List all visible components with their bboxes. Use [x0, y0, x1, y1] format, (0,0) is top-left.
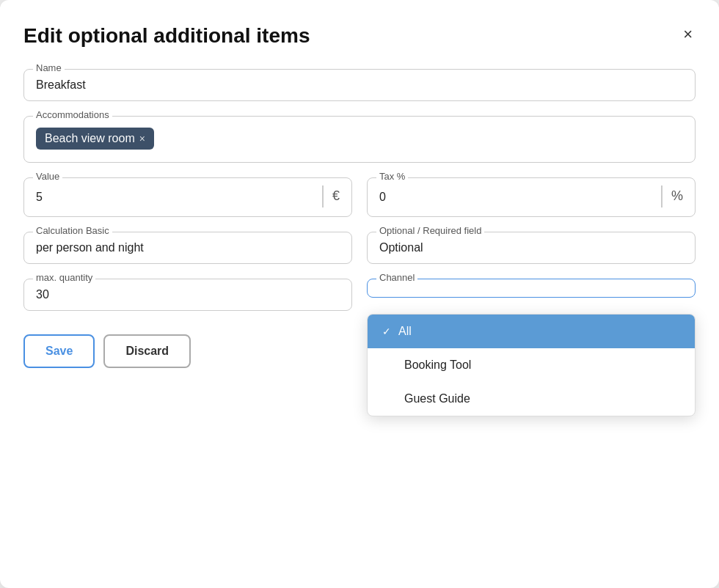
optional-field[interactable]: Optional / Required field Optional — [367, 232, 696, 264]
max-qty-value: 30 — [36, 288, 340, 301]
modal-header: Edit optional additional items × — [23, 23, 696, 48]
channel-field[interactable]: Channel — [367, 279, 696, 298]
dropdown-item-guest-guide[interactable]: Guest Guide — [368, 382, 695, 416]
value-field[interactable]: Value 5 € — [23, 177, 352, 217]
accommodation-tag[interactable]: Beach view room × — [36, 128, 154, 150]
accommodations-label: Accommodations — [33, 109, 112, 120]
dropdown-item-booking-tool-label: Booking Tool — [404, 359, 471, 372]
calc-label: Calculation Basic — [33, 225, 112, 236]
name-value: Breakfast — [36, 78, 683, 92]
tax-unit: % — [671, 188, 683, 204]
tag-label: Beach view room — [45, 132, 135, 145]
optional-label: Optional / Required field — [376, 225, 484, 236]
dropdown-item-all-label: All — [398, 325, 412, 338]
channel-label: Channel — [376, 272, 417, 283]
accommodations-section: Accommodations Beach view room × — [23, 116, 696, 163]
value-divider — [322, 185, 324, 207]
tax-value: 0 — [379, 191, 652, 204]
checkmark-icon: ✓ — [382, 326, 391, 337]
value-value: 5 — [36, 191, 313, 204]
max-qty-label: max. quantity — [33, 272, 95, 283]
dropdown-item-guest-guide-label: Guest Guide — [404, 392, 470, 405]
optional-value: Optional — [379, 241, 683, 254]
calc-field[interactable]: Calculation Basic per person and night — [23, 232, 352, 264]
accommodations-field[interactable]: Accommodations Beach view room × — [23, 116, 696, 163]
discard-button[interactable]: Discard — [103, 334, 191, 368]
name-field[interactable]: Name Breakfast — [23, 69, 696, 101]
tag-remove-button[interactable]: × — [139, 133, 145, 144]
value-unit: € — [332, 188, 340, 204]
dropdown-item-booking-tool[interactable]: Booking Tool — [368, 348, 695, 382]
accommodations-tags: Beach view room × — [36, 124, 683, 153]
max-qty-field[interactable]: max. quantity 30 — [23, 279, 352, 311]
calc-value: per person and night — [36, 241, 340, 254]
qty-channel-row: max. quantity 30 Channel ✓ All Booking T… — [23, 279, 696, 311]
value-label: Value — [33, 171, 62, 182]
tax-field[interactable]: Tax % 0 % — [367, 177, 696, 217]
channel-dropdown-menu: ✓ All Booking Tool Guest Guide — [367, 314, 696, 416]
calc-optional-row: Calculation Basic per person and night O… — [23, 232, 696, 264]
dropdown-item-all[interactable]: ✓ All — [368, 315, 695, 348]
close-button[interactable]: × — [680, 23, 696, 45]
tax-label: Tax % — [376, 171, 408, 182]
name-section: Name Breakfast — [23, 69, 696, 101]
modal-title: Edit optional additional items — [23, 23, 310, 48]
name-label: Name — [33, 62, 65, 73]
save-button[interactable]: Save — [23, 334, 95, 368]
tax-divider — [661, 185, 663, 207]
modal: Edit optional additional items × Name Br… — [0, 0, 719, 588]
channel-dropdown-wrapper: Channel ✓ All Booking Tool Guest Guide — [367, 279, 696, 311]
value-tax-row: Value 5 € Tax % 0 % — [23, 177, 696, 217]
